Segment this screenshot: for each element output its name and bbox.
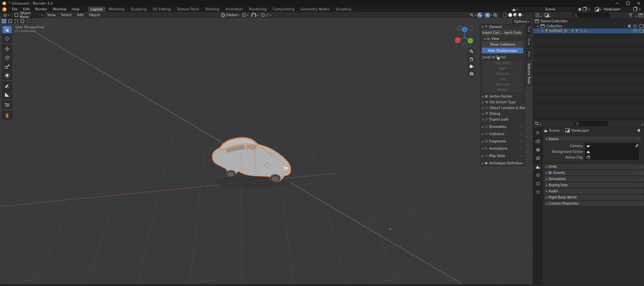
- rendered-shading-button[interactable]: [518, 13, 522, 17]
- output-tab[interactable]: [534, 147, 542, 153]
- animations-panel[interactable]: ⋋ Animations: [480, 145, 525, 152]
- cursor-tool[interactable]: [2, 34, 12, 43]
- fragments-panel[interactable]: ◳ Fragments: [480, 138, 525, 144]
- gravity-panel[interactable]: ✓ Gravity: [544, 170, 644, 176]
- camera-field[interactable]: [585, 143, 639, 149]
- orthographic-toggle-button[interactable]: [468, 70, 475, 77]
- npanel-tab-sollumz-tools[interactable]: Sollumz Tools: [526, 61, 532, 86]
- show-collisions-button[interactable]: Show Collisions: [482, 41, 523, 47]
- close-button[interactable]: [633, 0, 644, 7]
- menu-viewport-add[interactable]: Add: [74, 12, 86, 18]
- workspace-tab-animation[interactable]: Animation: [222, 7, 246, 12]
- navigation-gizmo[interactable]: Z X Y: [452, 25, 477, 49]
- lod-low[interactable]: Low: [482, 77, 523, 82]
- properties-search[interactable]: [574, 121, 608, 126]
- properties-editor-dropdown[interactable]: [539, 120, 541, 127]
- pose-data-icon[interactable]: [575, 29, 578, 33]
- outliner-row-collection[interactable]: Collection ✓: [533, 24, 644, 29]
- minimize-button[interactable]: [612, 0, 623, 7]
- npanel-tab-view[interactable]: View: [526, 36, 532, 48]
- collection-checkbox[interactable]: ✓: [628, 25, 631, 28]
- general-panel-header[interactable]: ✎ General: [480, 24, 525, 29]
- texture-tab[interactable]: [534, 189, 542, 195]
- new-viewlayer-icon[interactable]: [633, 7, 637, 11]
- select-new-button[interactable]: [1, 18, 7, 24]
- wireframe-shading-button[interactable]: [503, 13, 507, 17]
- keying-sets-panel[interactable]: Keying Sets: [544, 182, 644, 188]
- lod-very-high[interactable]: Very High: [482, 61, 523, 66]
- object-render-icon[interactable]: [639, 29, 644, 33]
- npanel-tab-misc[interactable]: Misc: [526, 49, 532, 60]
- pin-scene-icon[interactable]: [578, 7, 582, 11]
- collection-hide-icon[interactable]: [633, 25, 637, 28]
- zoom-button[interactable]: [468, 48, 475, 55]
- rotate-tool[interactable]: [2, 53, 12, 62]
- lod-hidden[interactable]: Hidden: [482, 88, 523, 93]
- lod-medium[interactable]: Medium: [482, 71, 523, 77]
- scene-dropdown-icon[interactable]: [516, 7, 518, 11]
- set-sollum-type-subpanel[interactable]: ◍ Set Sollum Type: [480, 99, 525, 105]
- pivot-point-dropdown[interactable]: [239, 13, 248, 17]
- object-tab[interactable]: [534, 180, 542, 187]
- workspace-tab-rendering[interactable]: Rendering: [246, 7, 270, 12]
- menu-help[interactable]: Help: [69, 7, 82, 12]
- unlink-scene-icon[interactable]: ×: [588, 8, 590, 11]
- scene-selector[interactable]: Scene ×: [511, 7, 592, 12]
- rigid-body-world-panel[interactable]: Rigid Body World: [544, 194, 644, 200]
- view-subpanel-header[interactable]: ▤ View: [480, 36, 525, 41]
- vertex-painter-subpanel[interactable]: ◧ Vertex Painter: [480, 93, 525, 99]
- custom-properties-panel[interactable]: Custom Properties: [544, 200, 644, 207]
- eyedropper-icon[interactable]: [635, 144, 638, 147]
- editor-type-button[interactable]: [2, 12, 11, 18]
- background-scene-field[interactable]: [585, 149, 639, 154]
- snap-dropdown[interactable]: [248, 13, 258, 17]
- maximize-button[interactable]: [623, 0, 633, 7]
- drawables-panel[interactable]: ▢ Drawables: [480, 123, 525, 130]
- workspace-tab-layout[interactable]: Layout: [88, 7, 106, 12]
- filter-id-icon[interactable]: [545, 13, 549, 17]
- filter-id-dropdown[interactable]: [549, 12, 551, 19]
- properties-options-dropdown[interactable]: [641, 120, 643, 127]
- transform-tool[interactable]: [2, 71, 12, 79]
- scene-name[interactable]: Scene: [545, 7, 555, 11]
- properties-editor-icon[interactable]: [535, 121, 539, 126]
- scale-tool[interactable]: [2, 62, 12, 71]
- archetype-definition-panel[interactable]: ▣ Archetype Definition: [480, 160, 525, 166]
- gravity-checkbox[interactable]: ✓: [549, 171, 552, 174]
- pan-button[interactable]: [468, 55, 475, 63]
- car-model-buffalo2[interactable]: [207, 127, 297, 191]
- collection-render-icon[interactable]: [639, 24, 644, 28]
- menu-file[interactable]: File: [9, 7, 20, 12]
- new-collection-icon[interactable]: [639, 13, 643, 17]
- workspace-tab-uv-editing[interactable]: UV Editing: [150, 7, 174, 12]
- sollumz-addon-tool[interactable]: [2, 111, 12, 119]
- scene-panel-header[interactable]: Scene: [544, 136, 641, 141]
- export-path-subpanel[interactable]: ▱ Export path: [480, 116, 525, 122]
- proportional-edit-toggle[interactable]: [258, 13, 265, 17]
- select-invert-button[interactable]: [20, 18, 25, 24]
- workspace-tab-shading[interactable]: Shading: [202, 7, 222, 12]
- outliner-row-scene-collection[interactable]: Scene Collection: [533, 19, 644, 24]
- world-tab[interactable]: [534, 172, 542, 178]
- debug-subpanel[interactable]: ⚙ Debug: [480, 111, 525, 116]
- remove-viewlayer-icon[interactable]: ×: [638, 8, 641, 11]
- add-cube-tool[interactable]: [2, 101, 12, 109]
- audio-panel[interactable]: Audio: [544, 188, 644, 194]
- material-preview-button[interactable]: [513, 13, 517, 17]
- gizmos-toggle[interactable]: [477, 13, 482, 18]
- pin-id-icon[interactable]: [637, 129, 641, 132]
- solid-shading-button[interactable]: [508, 13, 512, 17]
- hide-shattermaps-button[interactable]: Hide Shattermaps: [482, 48, 523, 53]
- workspace-tab-sculpting[interactable]: Sculpting: [127, 7, 150, 12]
- menu-viewport-object[interactable]: Object: [86, 12, 103, 18]
- blender-menu-icon[interactable]: [2, 7, 7, 12]
- scene-tab[interactable]: [533, 164, 542, 170]
- mode-dropdown[interactable]: Object Mode: [13, 12, 45, 18]
- transform-orientation-dropdown[interactable]: Global: [221, 13, 239, 17]
- falloff-dropdown[interactable]: [265, 13, 271, 17]
- select-box-tool[interactable]: [2, 25, 12, 34]
- viewport-3d[interactable]: User Perspective (1) Collection Options …: [0, 18, 533, 284]
- move-tool[interactable]: [2, 45, 12, 53]
- annotate-tool[interactable]: [2, 81, 12, 90]
- render-tab[interactable]: [534, 138, 542, 144]
